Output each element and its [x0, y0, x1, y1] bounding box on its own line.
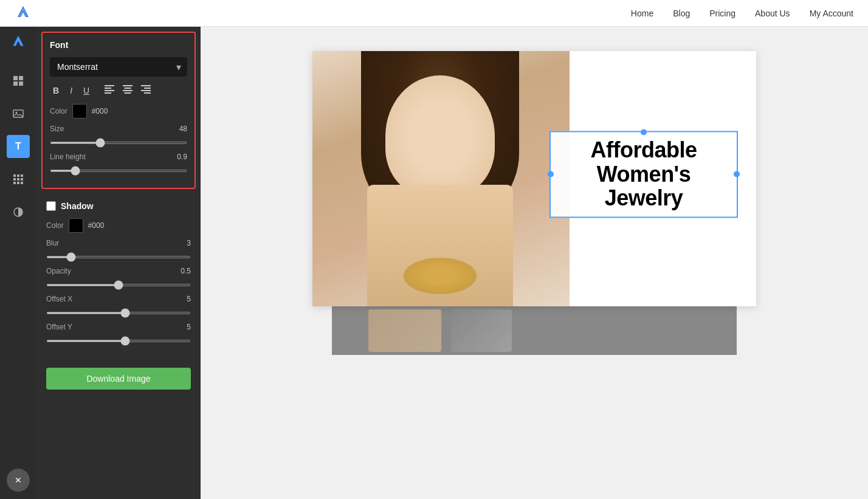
- shadow-color-label: Color: [46, 221, 64, 230]
- svg-rect-2: [13, 81, 18, 86]
- controls-panel: Font Montserrat Arial Georgia Roboto Ope…: [36, 27, 201, 499]
- offset-y-label: Offset Y: [46, 323, 72, 331]
- text-line-3: Jewelry: [560, 187, 727, 211]
- font-section-title: Font: [50, 40, 187, 50]
- font-color-hex: #000: [92, 107, 108, 115]
- blur-slider[interactable]: [46, 256, 191, 258]
- image-canvas: Affordable Women's Jewelry: [312, 51, 756, 306]
- text-line-1: Affordable: [560, 138, 727, 162]
- icon-sidebar: T ✕: [0, 27, 36, 499]
- offset-x-value: 5: [187, 295, 191, 303]
- svg-rect-14: [21, 182, 23, 184]
- font-size-label: Size: [50, 125, 64, 133]
- thumbnail-strip: [332, 306, 737, 355]
- blur-label: Blur: [46, 239, 59, 247]
- svg-rect-13: [17, 182, 19, 184]
- text-overlay-box[interactable]: Affordable Women's Jewelry: [549, 131, 738, 218]
- opacity-label: Opacity: [46, 267, 71, 275]
- svg-rect-23: [125, 92, 131, 94]
- nav-blog[interactable]: Blog: [673, 9, 690, 18]
- shadow-color-swatch[interactable]: [69, 218, 83, 233]
- text-line-2: Women's: [560, 162, 727, 187]
- offset-y-row: Offset Y 5: [46, 323, 191, 345]
- svg-rect-7: [17, 174, 19, 177]
- font-size-value: 48: [179, 125, 187, 133]
- resize-handle-left[interactable]: [548, 171, 554, 177]
- align-buttons: [102, 84, 153, 97]
- font-color-swatch[interactable]: [72, 104, 87, 119]
- font-size-row: Size 48: [50, 125, 187, 146]
- line-height-label: Line height: [50, 153, 86, 161]
- font-section: Font Montserrat Arial Georgia Roboto Ope…: [41, 32, 196, 189]
- svg-point-5: [16, 112, 18, 114]
- align-center-button[interactable]: [120, 84, 135, 97]
- align-right-button[interactable]: [139, 84, 153, 97]
- nav-pricing[interactable]: Pricing: [709, 9, 735, 18]
- font-color-label: Color: [50, 107, 67, 115]
- svg-rect-18: [105, 90, 114, 91]
- font-family-select[interactable]: Montserrat Arial Georgia Roboto Open San…: [50, 57, 187, 77]
- line-height-row: Line height 0.9: [50, 153, 187, 174]
- opacity-value: 0.5: [181, 267, 191, 275]
- contrast-icon[interactable]: [7, 201, 30, 224]
- underline-button[interactable]: U: [80, 84, 92, 97]
- svg-rect-22: [123, 90, 133, 91]
- thumbnail-1[interactable]: [368, 309, 441, 352]
- svg-rect-10: [17, 178, 19, 181]
- svg-rect-6: [13, 174, 16, 177]
- blur-value: 3: [187, 239, 191, 247]
- resize-handle-right[interactable]: [734, 171, 740, 177]
- close-sidebar-button[interactable]: ✕: [7, 469, 30, 492]
- svg-rect-8: [21, 174, 23, 177]
- bold-button[interactable]: B: [50, 84, 62, 97]
- svg-rect-21: [125, 88, 131, 89]
- opacity-slider[interactable]: [46, 284, 191, 286]
- line-height-slider[interactable]: [50, 170, 187, 172]
- svg-rect-11: [21, 178, 23, 181]
- svg-rect-1: [19, 76, 23, 80]
- font-family-select-wrapper: Montserrat Arial Georgia Roboto Open San…: [50, 57, 187, 77]
- nav-account[interactable]: My Account: [810, 9, 853, 18]
- svg-rect-27: [144, 92, 151, 94]
- opacity-row: Opacity 0.5: [46, 267, 191, 289]
- top-navigation: Home Blog Pricing About Us My Account: [0, 0, 868, 27]
- thumbnail-2[interactable]: [451, 309, 512, 352]
- svg-rect-17: [105, 88, 111, 89]
- offset-x-row: Offset X 5: [46, 295, 191, 317]
- image-icon[interactable]: [7, 102, 30, 125]
- download-image-button[interactable]: Download Image: [46, 368, 191, 390]
- shadow-header: Shadow: [46, 201, 191, 211]
- shadow-section: Shadow Color #000 Blur 3 Opacity 0.5: [36, 194, 201, 358]
- svg-rect-20: [123, 85, 133, 86]
- font-size-slider[interactable]: [50, 142, 187, 144]
- svg-rect-26: [141, 90, 151, 91]
- pattern-icon[interactable]: [7, 168, 30, 191]
- svg-rect-0: [13, 76, 18, 80]
- nav-about[interactable]: About Us: [755, 9, 790, 18]
- font-color-row: Color #000: [50, 104, 187, 119]
- format-buttons: B I U: [50, 84, 187, 97]
- svg-rect-19: [105, 92, 111, 94]
- main-area: T ✕ Font Montserrat Arial: [0, 27, 868, 499]
- align-left-button[interactable]: [102, 84, 117, 97]
- svg-rect-12: [13, 182, 16, 184]
- nav-home[interactable]: Home: [631, 9, 653, 18]
- italic-button[interactable]: I: [67, 84, 75, 97]
- sidebar-logo: [10, 34, 27, 55]
- offset-y-slider[interactable]: [46, 340, 191, 342]
- blur-row: Blur 3: [46, 239, 191, 261]
- overlay-text: Affordable Women's Jewelry: [560, 138, 727, 210]
- svg-rect-25: [144, 88, 151, 89]
- offset-x-label: Offset X: [46, 295, 72, 303]
- nav-links: Home Blog Pricing About Us My Account: [631, 9, 853, 18]
- svg-rect-9: [13, 178, 16, 181]
- shadow-color-row: Color #000: [46, 218, 191, 233]
- grid-icon[interactable]: [7, 69, 30, 92]
- text-icon[interactable]: T: [7, 135, 30, 158]
- svg-rect-3: [19, 81, 23, 86]
- logo: [15, 5, 32, 22]
- shadow-color-hex: #000: [88, 221, 105, 230]
- offset-x-slider[interactable]: [46, 312, 191, 314]
- resize-handle-top[interactable]: [641, 129, 647, 135]
- shadow-checkbox[interactable]: [46, 201, 56, 211]
